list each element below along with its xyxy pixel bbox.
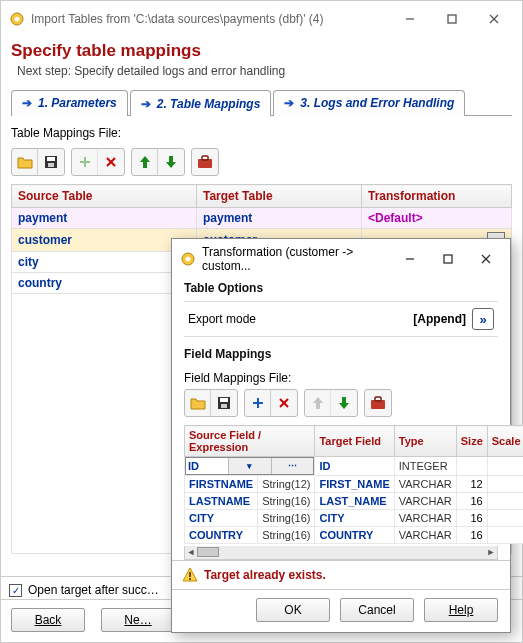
- export-mode-value: [Append]: [413, 312, 466, 326]
- table-row[interactable]: CITY String(16) CITY VARCHAR 16: [185, 510, 524, 527]
- field-mappings-title: Field Mappings: [184, 347, 498, 361]
- field-mappings-table[interactable]: Source Field / Expression Target Field T…: [184, 425, 523, 544]
- maximize-button[interactable]: [432, 7, 472, 31]
- cell-target[interactable]: ID: [315, 457, 394, 476]
- back-button[interactable]: Back: [11, 608, 85, 632]
- cell-type[interactable]: VARCHAR: [394, 510, 456, 527]
- cell-type[interactable]: VARCHAR: [394, 476, 456, 493]
- scroll-left-icon[interactable]: ◄: [185, 546, 197, 558]
- cell-scale[interactable]: [487, 476, 523, 493]
- arrow-right-icon: ➔: [22, 96, 32, 110]
- table-row[interactable]: ID ▾ ⋯ ID INTEGER: [185, 457, 524, 476]
- help-label: Help: [449, 603, 474, 617]
- cell-type[interactable]: VARCHAR: [394, 493, 456, 510]
- cell-type[interactable]: VARCHAR: [394, 527, 456, 544]
- cell-size[interactable]: 16: [456, 493, 487, 510]
- open-folder-icon[interactable]: [12, 149, 38, 175]
- minimize-button[interactable]: [390, 7, 430, 31]
- field-mappings-file-label: Field Mappings File:: [184, 371, 498, 385]
- cell-target[interactable]: payment: [197, 208, 362, 229]
- cell-source[interactable]: FIRSTNAME: [185, 476, 258, 493]
- x-icon[interactable]: [271, 390, 297, 416]
- table-row[interactable]: LASTNAME String(16) LAST_NAME VARCHAR 16: [185, 493, 524, 510]
- arrow-right-icon: ➔: [284, 96, 294, 110]
- col-source-field[interactable]: Source Field / Expression: [185, 426, 315, 457]
- cell-source[interactable]: COUNTRY: [185, 527, 258, 544]
- app-icon: [9, 11, 25, 27]
- cell-source[interactable]: payment: [12, 208, 197, 229]
- cell-srctype[interactable]: String(16): [258, 527, 315, 544]
- ellipsis-button[interactable]: ⋯: [271, 458, 314, 474]
- col-scale[interactable]: Scale: [487, 426, 523, 457]
- cell-srctype[interactable]: String(16): [258, 510, 315, 527]
- arrow-down-icon[interactable]: [158, 149, 184, 175]
- col-source-table[interactable]: Source Table: [12, 185, 197, 208]
- col-target-table[interactable]: Target Table: [197, 185, 362, 208]
- cell-scale[interactable]: [487, 493, 523, 510]
- maximize-button[interactable]: [432, 248, 464, 270]
- close-button[interactable]: [474, 7, 514, 31]
- arrow-up-icon[interactable]: [132, 149, 158, 175]
- cell-source[interactable]: CITY: [185, 510, 258, 527]
- table-row[interactable]: FIRSTNAME String(12) FIRST_NAME VARCHAR …: [185, 476, 524, 493]
- col-size[interactable]: Size: [456, 426, 487, 457]
- col-transformation[interactable]: Transformation: [362, 185, 512, 208]
- briefcase-icon[interactable]: [365, 390, 391, 416]
- cell-target[interactable]: LAST_NAME: [315, 493, 394, 510]
- cell-size[interactable]: 12: [456, 476, 487, 493]
- col-target-field[interactable]: Target Field: [315, 426, 394, 457]
- tab-logs[interactable]: ➔ 3. Logs and Error Handling: [273, 90, 465, 116]
- table-row[interactable]: payment payment <Default>: [12, 208, 512, 229]
- cell-target[interactable]: FIRST_NAME: [315, 476, 394, 493]
- cell-srctype[interactable]: String(12): [258, 476, 315, 493]
- ok-label: OK: [284, 603, 301, 617]
- scroll-right-icon[interactable]: ►: [485, 546, 497, 558]
- cancel-button[interactable]: Cancel: [340, 598, 414, 622]
- open-target-checkbox[interactable]: ✓: [9, 584, 22, 597]
- cell-type[interactable]: INTEGER: [394, 457, 456, 476]
- plus-icon[interactable]: [245, 390, 271, 416]
- briefcase-icon[interactable]: [192, 149, 218, 175]
- x-icon[interactable]: [98, 149, 124, 175]
- cell-source[interactable]: LASTNAME: [185, 493, 258, 510]
- svg-rect-6: [47, 157, 55, 161]
- cell-target[interactable]: CITY: [315, 510, 394, 527]
- close-button[interactable]: [470, 248, 502, 270]
- table-options-title: Table Options: [184, 281, 498, 295]
- open-folder-icon[interactable]: [185, 390, 211, 416]
- horizontal-scrollbar[interactable]: ◄ ►: [184, 546, 498, 560]
- expand-button[interactable]: »: [472, 308, 494, 330]
- tabs: ➔ 1. Parameters ➔ 2. Table Mappings ➔ 3.…: [11, 86, 512, 116]
- cell-scale[interactable]: [487, 527, 523, 544]
- cell-srctype[interactable]: String(16): [258, 493, 315, 510]
- save-icon[interactable]: [38, 149, 64, 175]
- cell-source[interactable]: city: [12, 252, 197, 273]
- svg-rect-13: [202, 156, 208, 160]
- ok-button[interactable]: OK: [256, 598, 330, 622]
- arrow-down-icon[interactable]: [331, 390, 357, 416]
- tab-parameters[interactable]: ➔ 1. Parameters: [11, 90, 128, 116]
- minimize-button[interactable]: [394, 248, 426, 270]
- svg-rect-2: [448, 15, 456, 23]
- cell-source[interactable]: customer: [12, 229, 197, 252]
- cell-size[interactable]: [456, 457, 487, 476]
- svg-rect-7: [48, 163, 54, 167]
- tab-table-mappings[interactable]: ➔ 2. Table Mappings: [130, 90, 272, 116]
- table-row[interactable]: COUNTRY String(16) COUNTRY VARCHAR 16: [185, 527, 524, 544]
- cell-xform[interactable]: <Default>: [362, 208, 512, 229]
- col-type[interactable]: Type: [394, 426, 456, 457]
- cell-target[interactable]: COUNTRY: [315, 527, 394, 544]
- cell-size[interactable]: 16: [456, 510, 487, 527]
- source-field-input[interactable]: ID ▾ ⋯: [185, 457, 314, 475]
- help-button[interactable]: Help: [424, 598, 498, 622]
- save-icon[interactable]: [211, 390, 237, 416]
- back-label: Back: [35, 613, 62, 627]
- cell-scale[interactable]: [487, 510, 523, 527]
- cell-source[interactable]: country: [12, 273, 197, 294]
- dropdown-icon[interactable]: ▾: [228, 458, 271, 474]
- scroll-thumb[interactable]: [197, 547, 219, 557]
- cell-size[interactable]: 16: [456, 527, 487, 544]
- next-button[interactable]: Ne…: [101, 608, 175, 632]
- tab-label: 3. Logs and Error Handling: [300, 96, 454, 110]
- cell-scale[interactable]: [487, 457, 523, 476]
